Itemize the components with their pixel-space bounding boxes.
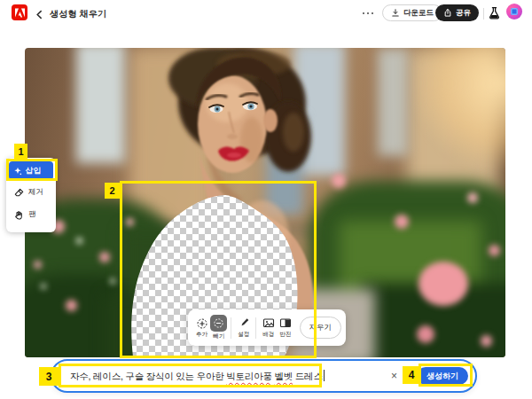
prompt-segment-misspelled: 빅토리아풍 bbox=[226, 371, 272, 381]
tool-insert-button[interactable]: 삽입 bbox=[9, 161, 53, 180]
adobe-logo-icon[interactable] bbox=[12, 4, 27, 20]
toolbar-divider bbox=[231, 317, 231, 339]
avatar-glyph bbox=[511, 8, 518, 15]
add-selection-icon bbox=[196, 317, 208, 330]
selection-toolbar: 추가 빼기 설정 배경 bbox=[188, 309, 346, 346]
image-icon bbox=[262, 317, 275, 329]
selection-settings-button[interactable]: 설정 bbox=[235, 317, 252, 339]
brush-icon bbox=[238, 317, 249, 329]
prompt-input[interactable]: 자수, 레이스, 구슬 장식이 있는 우아한 빅토리아풍 벨벳 드레스 bbox=[70, 370, 325, 383]
tools-panel: 삽입 제거 팬 bbox=[6, 158, 56, 232]
flask-icon bbox=[488, 5, 501, 21]
prompt-segment: 드레스 bbox=[293, 371, 323, 381]
invert-icon bbox=[279, 317, 292, 329]
adobe-a-mark bbox=[14, 8, 26, 18]
subtract-selection-icon bbox=[213, 317, 224, 329]
share-button[interactable]: 공유 bbox=[435, 4, 479, 21]
chevron-left-icon bbox=[35, 10, 44, 20]
share-label: 공유 bbox=[456, 8, 471, 19]
tool-pan-label: 팬 bbox=[28, 209, 36, 220]
download-icon bbox=[391, 8, 400, 18]
prompt-segment: 자수, 레이스, 구슬 장식이 있는 우아한 bbox=[70, 371, 226, 381]
tool-pan-button[interactable]: 팬 bbox=[9, 205, 53, 224]
back-button[interactable] bbox=[32, 7, 46, 21]
generate-button[interactable]: 생성하기 bbox=[417, 367, 468, 385]
tool-insert-label: 삽입 bbox=[26, 166, 41, 176]
beta-flask-button[interactable] bbox=[488, 5, 501, 21]
more-options-button[interactable] bbox=[359, 6, 377, 20]
download-button[interactable]: 다운로드 bbox=[382, 4, 442, 21]
clear-selection-button[interactable]: 지우기 bbox=[300, 317, 342, 339]
hand-icon bbox=[14, 210, 24, 220]
generative-sparkle-icon bbox=[13, 167, 22, 176]
selection-subtract-button[interactable]: 빼기 bbox=[210, 315, 227, 340]
subtract-selected-state bbox=[210, 315, 227, 332]
tool-remove-label: 제거 bbox=[28, 187, 43, 198]
toolbar-divider bbox=[255, 317, 256, 339]
clear-prompt-button[interactable]: × bbox=[391, 371, 397, 381]
page-title: 생성형 채우기 bbox=[50, 8, 106, 20]
tool-remove-button[interactable]: 제거 bbox=[9, 183, 53, 202]
selection-add-button[interactable]: 추가 bbox=[193, 317, 210, 339]
ear bbox=[263, 109, 278, 132]
download-label: 다운로드 bbox=[403, 8, 434, 19]
header-divider bbox=[483, 8, 484, 20]
prompt-bar: 자수, 레이스, 구슬 장식이 있는 우아한 빅토리아풍 벨벳 드레스 × 생성… bbox=[51, 359, 477, 393]
generate-label: 생성하기 bbox=[426, 371, 458, 382]
eraser-icon bbox=[14, 188, 24, 198]
ellipsis-icon bbox=[363, 12, 365, 15]
share-icon bbox=[443, 8, 452, 18]
text-caret bbox=[324, 370, 325, 381]
prompt-segment-misspelled: 벨벳 bbox=[274, 371, 293, 381]
account-avatar[interactable] bbox=[506, 4, 522, 20]
selection-background-button[interactable]: 배경 bbox=[260, 317, 277, 339]
top-bar: 생성형 채우기 다운로드 공유 bbox=[0, 0, 532, 28]
selection-invert-button[interactable]: 반전 bbox=[277, 317, 293, 339]
